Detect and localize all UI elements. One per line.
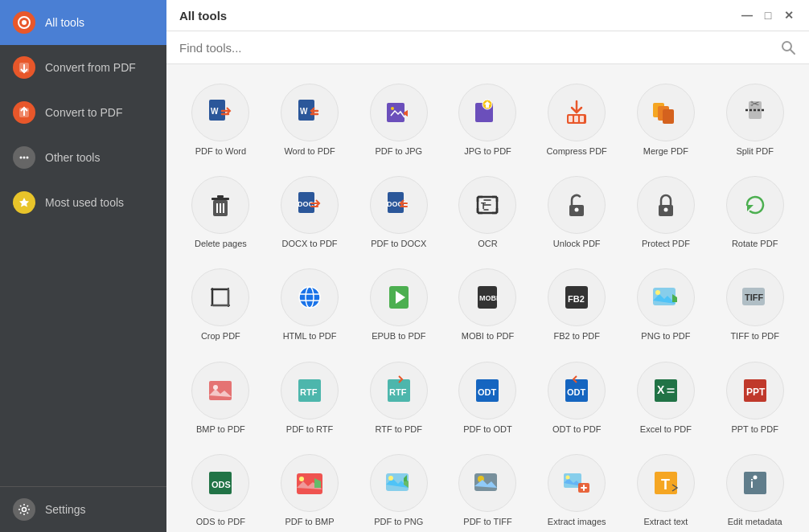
sidebar-item-convert-from-pdf-label: Convert from PDF (45, 61, 136, 74)
tool-mobi-to-pdf-label: MOBI to PDF (462, 331, 514, 342)
svg-rect-100 (744, 472, 766, 494)
tools-grid: W PDF to Word W Word to P (179, 77, 796, 532)
title-bar: All tools ― □ ✕ (166, 0, 809, 31)
sidebar-item-other-tools[interactable]: Other tools (0, 135, 166, 180)
svg-point-90 (299, 477, 304, 481)
tool-pdf-to-jpg[interactable]: PDF to JPG (357, 77, 440, 163)
sidebar-item-most-used-tools[interactable]: Most used tools (0, 180, 166, 225)
most-used-tools-icon (13, 191, 35, 214)
tool-pdf-to-tiff-label: PDF to TIFF (463, 517, 511, 527)
tool-crop-pdf[interactable]: Crop PDF (179, 262, 262, 348)
tool-pdf-to-odt-label: PDF to ODT (463, 424, 512, 435)
tool-split-pdf[interactable]: ✂ Split PDF (713, 77, 796, 163)
tool-bmp-to-pdf-label: BMP to PDF (196, 424, 245, 435)
window-controls: ― □ ✕ (740, 8, 796, 23)
tool-excel-to-pdf[interactable]: X Excel to PDF (625, 355, 708, 441)
tool-pdf-to-rtf[interactable]: RTF PDF to RTF (269, 355, 351, 441)
tool-odt-to-pdf[interactable]: ODT ODT to PDF (536, 355, 618, 441)
tool-tiff-to-pdf[interactable]: TIFF TIFF to PDF (713, 262, 796, 348)
tool-extract-images[interactable]: Extract images (536, 448, 618, 532)
tool-ppt-to-pdf[interactable]: PPT PPT to PDF (713, 355, 796, 441)
svg-text:MOBI: MOBI (479, 294, 499, 302)
sidebar-bottom: Settings (0, 486, 166, 532)
tool-pdf-to-png[interactable]: PDF to PNG (357, 448, 440, 532)
sidebar-item-all-tools-label: All tools (45, 16, 84, 29)
tool-word-to-pdf-label: Word to PDF (284, 146, 335, 157)
sidebar-item-settings[interactable]: Settings (0, 487, 166, 532)
tool-ods-to-pdf[interactable]: ODS ODS to PDF (179, 448, 262, 532)
svg-marker-7 (19, 198, 29, 207)
tool-mobi-to-pdf[interactable]: MOBI MOBI to PDF (446, 262, 529, 348)
tool-html-to-pdf[interactable]: HTML to PDF (269, 262, 351, 348)
svg-rect-53 (212, 289, 228, 305)
svg-rect-73 (209, 381, 232, 400)
tool-extract-images-label: Extract images (548, 517, 606, 527)
svg-rect-31 (217, 195, 224, 198)
svg-rect-22 (580, 116, 584, 122)
svg-text:ODT: ODT (478, 387, 497, 397)
tool-extract-text[interactable]: T Extract text (625, 448, 708, 532)
tool-rotate-pdf[interactable]: Rotate PDF (713, 170, 796, 256)
tool-extract-text-label: Extract text (643, 517, 688, 527)
tool-docx-to-pdf[interactable]: DOCX DOCX to PDF (269, 170, 351, 256)
svg-rect-30 (211, 198, 229, 200)
tool-compress-pdf[interactable]: Compress PDF (536, 77, 618, 163)
tool-ods-to-pdf-label: ODS to PDF (196, 517, 245, 527)
tool-fb2-to-pdf[interactable]: FB2 FB2 to PDF (536, 262, 618, 348)
svg-text:ODS: ODS (211, 480, 231, 489)
svg-text:i: i (750, 477, 754, 490)
search-bar (166, 31, 809, 64)
sidebar-item-all-tools[interactable]: All tools (0, 0, 166, 45)
tool-unlock-pdf[interactable]: Unlock PDF (536, 170, 618, 256)
search-input[interactable] (179, 41, 774, 55)
svg-point-6 (27, 157, 29, 159)
svg-point-96 (566, 475, 570, 479)
tool-crop-pdf-label: Crop PDF (201, 331, 240, 342)
svg-line-10 (791, 50, 795, 54)
minimize-button[interactable]: ― (740, 8, 754, 23)
tool-rtf-to-pdf[interactable]: RTF RTF to PDF (357, 355, 440, 441)
svg-point-8 (23, 508, 27, 512)
tool-edit-metadata-label: Edit metadata (728, 517, 782, 527)
other-tools-icon (13, 146, 35, 169)
tool-split-pdf-label: Split PDF (736, 146, 773, 157)
svg-text:T: T (661, 477, 670, 493)
tool-jpg-to-pdf-label: JPG to PDF (464, 146, 511, 157)
sidebar-item-convert-from-pdf[interactable]: Convert from PDF (0, 45, 166, 90)
svg-text:W: W (211, 107, 219, 116)
tool-edit-metadata[interactable]: i Edit metadata (713, 448, 796, 532)
tool-ocr[interactable]: T OCR (446, 170, 529, 256)
svg-rect-21 (574, 116, 578, 122)
tool-pdf-to-jpg-label: PDF to JPG (375, 146, 422, 157)
tool-bmp-to-pdf[interactable]: BMP to PDF (179, 355, 262, 441)
sidebar-item-settings-label: Settings (45, 503, 86, 516)
tool-pdf-to-bmp[interactable]: PDF to BMP (269, 448, 351, 532)
sidebar-item-convert-to-pdf-label: Convert to PDF (45, 106, 122, 119)
svg-text:RTF: RTF (300, 387, 318, 397)
tool-delete-pages[interactable]: Delete pages (179, 170, 262, 256)
tool-protect-pdf[interactable]: Protect PDF (625, 170, 708, 256)
tool-pdf-to-png-label: PDF to PNG (374, 517, 423, 527)
tool-pdf-to-odt[interactable]: ODT PDF to ODT (446, 355, 529, 441)
tool-word-to-pdf[interactable]: W Word to PDF (269, 77, 351, 163)
tool-pdf-to-word[interactable]: W PDF to Word (179, 77, 262, 163)
svg-rect-93 (474, 473, 497, 491)
tool-png-to-pdf[interactable]: PNG to PDF (625, 262, 708, 348)
main-content: All tools ― □ ✕ W (166, 0, 809, 532)
svg-point-102 (753, 475, 757, 479)
tool-excel-to-pdf-label: Excel to PDF (640, 424, 692, 435)
svg-point-52 (663, 208, 667, 212)
tool-jpg-to-pdf[interactable]: JPG to PDF (446, 77, 529, 163)
maximize-button[interactable]: □ (761, 8, 775, 23)
tool-delete-pages-label: Delete pages (195, 239, 247, 249)
tool-epub-to-pdf[interactable]: EPUB to PDF (357, 262, 440, 348)
svg-text:W: W (300, 107, 308, 116)
tool-pdf-to-docx[interactable]: DOCX PDF to DOCX (357, 170, 440, 256)
tool-html-to-pdf-label: HTML to PDF (283, 331, 337, 342)
convert-from-pdf-icon (13, 56, 35, 79)
tool-ppt-to-pdf-label: PPT to PDF (731, 424, 778, 435)
tool-pdf-to-tiff[interactable]: PDF to TIFF (446, 448, 529, 532)
tool-merge-pdf[interactable]: Merge PDF (625, 77, 708, 163)
close-button[interactable]: ✕ (782, 8, 796, 23)
sidebar-item-convert-to-pdf[interactable]: Convert to PDF (0, 90, 166, 135)
